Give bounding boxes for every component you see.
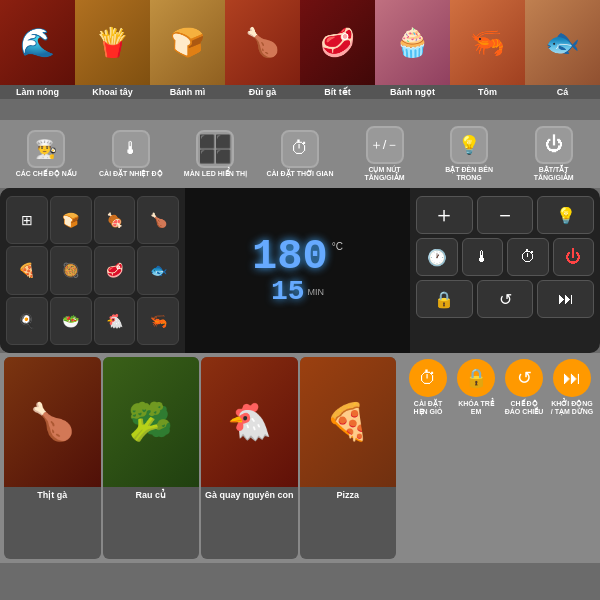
- plus-button[interactable]: ＋: [416, 196, 473, 234]
- bottom-food-ga-quay[interactable]: 🐔 Gà quay nguyên con: [201, 357, 298, 559]
- bottom-food-thit-ga[interactable]: 🍗 Thịt gà: [4, 357, 101, 559]
- food-label-tom: Tôm: [450, 85, 525, 99]
- temperature-value: 180: [252, 236, 328, 278]
- right-row-3: 🔒 ↺ ⏭: [416, 280, 594, 318]
- food-label-lam-nong: Làm nóng: [0, 85, 75, 99]
- khoa-label: KHÓA TRẺ EM: [454, 400, 498, 417]
- power-icon: ⏻: [535, 126, 573, 164]
- bottom-food-label-rau-cu: Rau củ: [133, 487, 168, 505]
- food-label-banh-mi: Bánh mì: [150, 85, 225, 99]
- bottom-food-rau-cu[interactable]: 🥦 Rau củ: [103, 357, 200, 559]
- ctrl-che-do-nau[interactable]: 👨‍🍳 CÁC CHẾ ĐỘ NẤU: [11, 130, 81, 178]
- food-label-khoai-tay: Khoai tây: [75, 85, 150, 99]
- khoa-tre-em-button[interactable]: 🔒: [457, 359, 495, 397]
- ctrl-den[interactable]: 💡 BẬT ĐÈN BÊN TRONG: [434, 126, 504, 183]
- dao-chieu-label: CHẾ ĐỘ ĐÁO CHIỀU: [502, 400, 546, 417]
- hen-gio-label: CÀI ĐẶT HẸN GIÒ: [406, 400, 450, 417]
- food-item-ca[interactable]: 🐟 Cá: [525, 0, 600, 120]
- right-row-1: ＋ － 💡: [416, 196, 594, 234]
- mode-btn-6[interactable]: 🥩: [94, 246, 136, 294]
- led-display-icon: ⬛⬛⬛⬛: [196, 130, 234, 168]
- mode-btn-2[interactable]: 🍖: [94, 196, 136, 244]
- temp-unit: °C: [332, 241, 343, 252]
- bottom-ctrl-khoi-dong: ⏭ KHỞI ĐỘNG / TẠM DỪNG: [550, 359, 594, 456]
- ctrl-thoi-gian[interactable]: ⏱ CÀI ĐẶT THỜI GIAN: [265, 130, 335, 178]
- dao-chieu-button[interactable]: ↺: [505, 359, 543, 397]
- ctrl-nhiet-do[interactable]: 🌡 CÀI ĐẶT NHIỆT ĐỘ: [96, 130, 166, 178]
- plus-minus-icon: ＋/－: [366, 126, 404, 164]
- rotate-button[interactable]: ↺: [477, 280, 534, 318]
- food-modes-top-row: 🌊 Làm nóng 🍟 Khoai tây 🍞 Bánh mì 🍗 Đùi g…: [0, 0, 600, 120]
- mode-btn-3[interactable]: 🍗: [137, 196, 179, 244]
- food-item-tom[interactable]: 🦐 Tôm: [450, 0, 525, 120]
- ctrl-label-den: BẬT ĐÈN BÊN TRONG: [434, 166, 504, 183]
- minus-button[interactable]: －: [477, 196, 534, 234]
- mode-btn-11[interactable]: 🦐: [137, 297, 179, 345]
- food-label-banh-ngot: Bánh ngọt: [375, 85, 450, 99]
- ctrl-label-man-led: MÀN LED HIỂN THỊ: [184, 170, 247, 178]
- mode-btn-4[interactable]: 🍕: [6, 246, 48, 294]
- food-item-banh-ngot[interactable]: 🧁 Bánh ngọt: [375, 0, 450, 120]
- lock-panel-button[interactable]: 🔒: [416, 280, 473, 318]
- food-label-bit-tet: Bít tết: [300, 85, 375, 99]
- mode-btn-0[interactable]: ⊞: [6, 196, 48, 244]
- khoi-dong-label: KHỞI ĐỘNG / TẠM DỪNG: [550, 400, 594, 417]
- food-item-banh-mi[interactable]: 🍞 Bánh mì: [150, 0, 225, 120]
- temperature-display-area: 180 °C 15 MIN: [185, 188, 410, 353]
- ctrl-label-thoi-gian: CÀI ĐẶT THỜI GIAN: [266, 170, 333, 178]
- timer-set-button[interactable]: ⏱: [507, 238, 549, 276]
- bottom-ctrl-khoa: 🔒 KHÓA TRẺ EM: [454, 359, 498, 456]
- play-pause-button[interactable]: ⏭: [537, 280, 594, 318]
- food-item-dui-ga[interactable]: 🍗 Đùi gà: [225, 0, 300, 120]
- thermometer-icon: 🌡: [112, 130, 150, 168]
- ctrl-label-power: BẬT/TẮT TĂNG/GIẢM: [519, 166, 589, 183]
- khoi-dong-button[interactable]: ⏭: [553, 359, 591, 397]
- bottom-section: 🍗 Thịt gà 🥦 Rau củ 🐔 Gà quay nguyên con …: [0, 353, 600, 563]
- control-icons-row: 👨‍🍳 CÁC CHẾ ĐỘ NẤU 🌡 CÀI ĐẶT NHIỆT ĐỘ ⬛⬛…: [0, 120, 600, 188]
- bottom-food-label-ga-quay: Gà quay nguyên con: [203, 487, 296, 505]
- time-value: 15: [271, 278, 305, 306]
- ctrl-label-che-do: CÁC CHẾ ĐỘ NẤU: [16, 170, 77, 178]
- mode-btn-7[interactable]: 🐟: [137, 246, 179, 294]
- ctrl-man-led[interactable]: ⬛⬛⬛⬛ MÀN LED HIỂN THỊ: [180, 130, 250, 178]
- clock-button[interactable]: 🕐: [416, 238, 458, 276]
- bottom-ctrl-dao-chieu: ↺ CHẾ ĐỘ ĐÁO CHIỀU: [502, 359, 546, 456]
- bottom-food-list: 🍗 Thịt gà 🥦 Rau củ 🐔 Gà quay nguyên con …: [0, 353, 400, 563]
- ctrl-tang-giam[interactable]: ＋/－ CỤM NÚT TĂNG/GIẢM: [350, 126, 420, 183]
- hen-gio-button[interactable]: ⏱: [409, 359, 447, 397]
- left-mode-grid: ⊞ 🍞 🍖 🍗 🍕 🥘 🥩 🐟 🍳 🥗 🐔 🦐: [0, 188, 185, 353]
- mode-btn-1[interactable]: 🍞: [50, 196, 92, 244]
- mode-btn-10[interactable]: 🐔: [94, 297, 136, 345]
- mode-btn-8[interactable]: 🍳: [6, 297, 48, 345]
- right-row-2: 🕐 🌡 ⏱ ⏻: [416, 238, 594, 276]
- food-item-lam-nong[interactable]: 🌊 Làm nóng: [0, 0, 75, 120]
- light-icon: 💡: [450, 126, 488, 164]
- bottom-food-label-thit-ga: Thịt gà: [35, 487, 69, 505]
- timer-icon: ⏱: [281, 130, 319, 168]
- main-control-panel: ⊞ 🍞 🍖 🍗 🍕 🥘 🥩 🐟 🍳 🥗 🐔 🦐 180 °C 15 MIN ＋ …: [0, 188, 600, 353]
- mode-btn-5[interactable]: 🥘: [50, 246, 92, 294]
- bottom-ctrl-hen-gio: ⏱ CÀI ĐẶT HẸN GIÒ: [406, 359, 450, 456]
- food-label-dui-ga: Đùi gà: [225, 85, 300, 99]
- power-on-button[interactable]: ⏻: [553, 238, 595, 276]
- time-unit: MIN: [308, 287, 325, 297]
- food-item-khoai-tay[interactable]: 🍟 Khoai tây: [75, 0, 150, 120]
- temp-button[interactable]: 🌡: [462, 238, 504, 276]
- bottom-controls-grid: ⏱ CÀI ĐẶT HẸN GIÒ 🔒 KHÓA TRẺ EM ↺ CHẾ ĐỘ…: [400, 353, 600, 563]
- light-button[interactable]: 💡: [537, 196, 594, 234]
- ctrl-label-nhiet-do: CÀI ĐẶT NHIỆT ĐỘ: [99, 170, 163, 178]
- bottom-food-label-pizza: Pizza: [334, 487, 361, 505]
- bottom-food-pizza[interactable]: 🍕 Pizza: [300, 357, 397, 559]
- chef-icon: 👨‍🍳: [27, 130, 65, 168]
- mode-btn-9[interactable]: 🥗: [50, 297, 92, 345]
- ctrl-label-tang-giam: CỤM NÚT TĂNG/GIẢM: [350, 166, 420, 183]
- ctrl-power[interactable]: ⏻ BẬT/TẮT TĂNG/GIẢM: [519, 126, 589, 183]
- food-label-ca: Cá: [525, 85, 600, 99]
- food-item-bit-tet[interactable]: 🥩 Bít tết: [300, 0, 375, 120]
- right-controls-area: ＋ － 💡 🕐 🌡 ⏱ ⏻ 🔒 ↺ ⏭: [410, 188, 600, 353]
